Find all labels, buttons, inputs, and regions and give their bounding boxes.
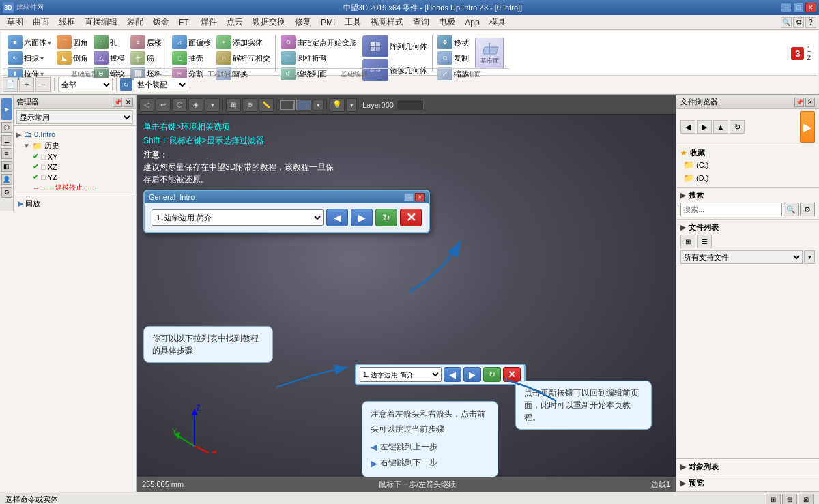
menu-item-dataexchange[interactable]: 数据交换 (248, 15, 289, 29)
search-input[interactable] (680, 203, 782, 216)
vp-shade-btn[interactable]: ◈ (188, 98, 203, 112)
sweep-btn[interactable]: ∿ 扫掠▾ (5, 50, 53, 65)
add-solid-btn[interactable]: + 添加实体 (214, 35, 272, 50)
cyl-bend-btn[interactable]: ⌒ 圆柱折弯 (278, 50, 359, 65)
sidebar-face-btn[interactable]: ◧ (1, 161, 12, 172)
search-options-btn[interactable]: ⚙ (800, 203, 815, 216)
menu-item-wireframe[interactable]: 线框 (55, 15, 79, 29)
tutorial-stop-btn[interactable]: ✕ (400, 209, 422, 226)
sidebar-layer-btn[interactable]: ☰ (1, 135, 12, 146)
menu-item-sheetmetal[interactable]: 钣金 (149, 15, 173, 29)
vp-color-dropdown[interactable]: ▾ (313, 100, 324, 110)
fillet-btn[interactable]: ⌒ 圆角 (55, 35, 90, 50)
vp-nav-btn1[interactable]: ◁ (139, 98, 154, 112)
fb-view1-btn[interactable]: ⊞ (680, 235, 695, 248)
menu-item-repair[interactable]: 修复 (291, 15, 315, 29)
sidebar-scene-btn[interactable]: 👤 (1, 174, 12, 185)
vp-light-btn[interactable]: 💡 (330, 98, 345, 112)
vp-measure-btn[interactable]: 📏 (259, 98, 274, 112)
menu-item-fti[interactable]: FTI (175, 16, 195, 29)
fb-close-btn[interactable]: ✕ (805, 98, 815, 107)
draft-btn[interactable]: △ 拔模 (91, 50, 127, 65)
mini-stop-btn[interactable]: ✕ (503, 367, 521, 382)
remove-quick-btn[interactable]: − (35, 77, 51, 92)
menu-item-pmi[interactable]: PMI (317, 16, 339, 29)
fb-view2-btn[interactable]: ☰ (697, 235, 712, 248)
deform-btn[interactable]: ⟲ 由指定点开始变形 (278, 35, 359, 50)
array-geo-btn[interactable]: 阵列几何体 (360, 35, 429, 58)
fb-c-drive[interactable]: 📁 (C:) (680, 158, 815, 171)
tutorial-min-btn[interactable]: — (404, 193, 414, 201)
fb-d-drive[interactable]: 📁 (D:) (680, 171, 815, 184)
menu-item-electrode[interactable]: 电极 (435, 15, 459, 29)
hole-btn[interactable]: ○ 孔 (91, 35, 127, 50)
sidebar-3d-btn[interactable]: ⬡ (1, 122, 12, 133)
intersect-btn[interactable]: ∩ 解析互相交 (214, 50, 272, 65)
sidebar-config-btn[interactable]: ⚙ (1, 187, 12, 198)
tutorial-refresh-btn[interactable]: ↻ (375, 209, 397, 226)
tutorial-prev-btn[interactable]: ◀ (326, 209, 348, 226)
menu-item-sketch[interactable]: 草图 (3, 15, 27, 29)
menu-item-weld[interactable]: 焊件 (197, 15, 221, 29)
status-icon-2[interactable]: ⊟ (782, 494, 797, 505)
sidebar-props-btn[interactable]: ≡ (1, 148, 12, 159)
status-icon-3[interactable]: ⊠ (799, 494, 814, 505)
display-filter-dropdown[interactable]: 显示常用 (16, 110, 133, 124)
mini-tutorial-dropdown[interactable]: 1. 边学边用 简介 (360, 367, 442, 382)
fb-refresh-btn[interactable]: ↻ (730, 120, 745, 134)
fb-back-btn[interactable]: ◀ (680, 120, 695, 134)
settings-btn[interactable]: ⚙ (793, 17, 804, 28)
mini-prev-btn[interactable]: ◀ (444, 367, 461, 382)
help-btn[interactable]: ? (805, 17, 816, 28)
menu-item-app[interactable]: App (461, 16, 483, 29)
menu-item-tools[interactable]: 工具 (341, 15, 365, 29)
playback-btn[interactable]: ▶ 回放 (16, 198, 133, 209)
menu-item-surface[interactable]: 曲面 (29, 15, 53, 29)
vp-dropdown1[interactable]: ▾ (205, 98, 220, 112)
maximize-button[interactable]: □ (793, 3, 804, 12)
mini-refresh-btn[interactable]: ↻ (483, 367, 501, 382)
vp-color-bg[interactable] (296, 100, 311, 110)
rib-btn[interactable]: ╪ 筋 (128, 50, 164, 65)
tree-item-xz[interactable]: ✔ □ XZ (31, 162, 134, 172)
menu-item-assembly[interactable]: 装配 (123, 15, 147, 29)
vp-grid-btn[interactable]: ⊞ (226, 98, 241, 112)
copy-btn[interactable]: ⧉ 复制 (435, 50, 471, 65)
fb-forward-btn[interactable]: ▶ (697, 120, 712, 134)
add-quick-btn[interactable]: + (19, 77, 34, 92)
3d-viewport[interactable]: 单击右键>环境相关选项 Shift + 鼠标右键>显示选择过滤器. 注意： 建议… (136, 115, 676, 477)
menu-item-pointcloud[interactable]: 点云 (222, 15, 247, 29)
menu-item-query[interactable]: 查询 (409, 15, 433, 29)
new-btn[interactable]: 📄 (3, 77, 18, 92)
select-filter-dropdown[interactable]: 全部 (58, 76, 113, 92)
search-submit-btn[interactable]: 🔍 (784, 203, 799, 216)
tutorial-close-btn[interactable]: ✕ (415, 193, 425, 201)
vp-color-solid[interactable] (280, 100, 295, 110)
tree-root[interactable]: ▶ 🗂 0.Intro (15, 129, 134, 140)
menu-item-mold[interactable]: 模具 (485, 15, 510, 29)
floor-btn[interactable]: ≡ 层楼 (128, 35, 164, 50)
datum-plane-btn[interactable]: 基准面 (475, 38, 504, 69)
tree-history[interactable]: ▼ 📁 历史 (22, 140, 134, 151)
panel-pin-btn[interactable]: 📌 (113, 98, 122, 107)
fb-filter-dropdown-btn[interactable]: ▾ (804, 250, 815, 264)
fb-orange-btn[interactable]: ▶ (800, 111, 815, 143)
mini-next-btn[interactable]: ▶ (463, 367, 481, 382)
tree-item-yz[interactable]: ✔ □ YZ (31, 172, 134, 182)
vp-view-cube-btn[interactable]: ⬡ (172, 98, 187, 112)
fb-up-btn[interactable]: ▲ (713, 120, 728, 134)
move-btn[interactable]: ✤ 移动 (435, 35, 471, 50)
chamfer-btn[interactable]: ◣ 倒角 (55, 50, 90, 65)
tutorial-step-dropdown[interactable]: 1. 边学边用 简介 (152, 209, 324, 226)
tutorial-next-btn[interactable]: ▶ (351, 209, 373, 226)
shell-btn[interactable]: ◻ 抽壳 (170, 50, 213, 65)
sixface-btn[interactable]: ■ 六面体▾ (5, 35, 53, 50)
minimize-button[interactable]: — (781, 3, 792, 12)
help-search-btn[interactable]: 🔍 (781, 17, 792, 28)
fb-favorites-header[interactable]: ★ 收藏 (680, 148, 815, 158)
fb-pin-btn[interactable]: 📌 (794, 98, 804, 107)
vp-snap-btn[interactable]: ⊕ (242, 98, 257, 112)
fb-file-filter[interactable]: 所有支持文件 (680, 250, 803, 264)
sidebar-view-btn[interactable]: ▶ (1, 98, 12, 120)
face-offset-btn[interactable]: ⊿ 面偏移 (170, 35, 213, 50)
